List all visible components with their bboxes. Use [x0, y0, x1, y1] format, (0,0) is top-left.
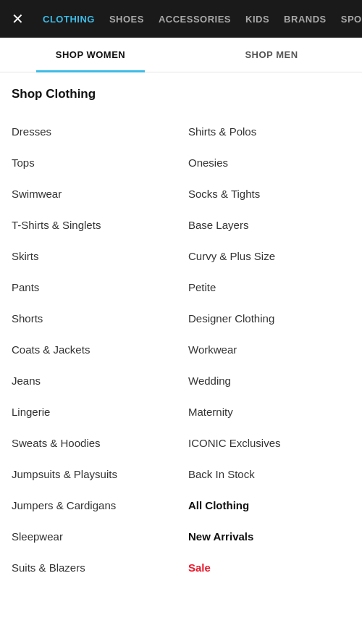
- list-item[interactable]: Back In Stock: [181, 459, 350, 490]
- tab-shop-women[interactable]: SHOP WOMEN: [0, 38, 181, 72]
- close-button[interactable]: ✕: [12, 12, 24, 26]
- nav-item-kids[interactable]: KIDS: [245, 14, 269, 25]
- list-item[interactable]: Tops: [12, 147, 181, 178]
- list-item[interactable]: Jumpers & Cardigans: [12, 490, 181, 521]
- list-item[interactable]: Designer Clothing: [181, 303, 350, 334]
- list-item-all-clothing[interactable]: All Clothing: [181, 490, 350, 521]
- nav-item-clothing[interactable]: CLOTHING: [43, 14, 95, 25]
- list-item[interactable]: Skirts: [12, 241, 181, 272]
- list-item[interactable]: Socks & Tights: [181, 178, 350, 209]
- list-item[interactable]: Pants: [12, 272, 181, 303]
- categories-columns: Dresses Tops Swimwear T-Shirts & Singlet…: [12, 116, 350, 583]
- list-item[interactable]: Maternity: [181, 396, 350, 427]
- section-title: Shop Clothing: [12, 87, 350, 101]
- list-item[interactable]: Swimwear: [12, 178, 181, 209]
- nav-item-sport[interactable]: SPORT: [341, 14, 362, 25]
- list-item-sale[interactable]: Sale: [181, 552, 350, 583]
- list-item[interactable]: T-Shirts & Singlets: [12, 209, 181, 241]
- list-item[interactable]: Base Layers: [181, 209, 350, 241]
- list-item[interactable]: Coats & Jackets: [12, 334, 181, 365]
- list-item-new-arrivals[interactable]: New Arrivals: [181, 521, 350, 552]
- list-item[interactable]: Shirts & Polos: [181, 116, 350, 147]
- list-item[interactable]: Jeans: [12, 365, 181, 396]
- list-item[interactable]: Sleepwear: [12, 521, 181, 552]
- list-item[interactable]: Petite: [181, 272, 350, 303]
- list-item[interactable]: Curvy & Plus Size: [181, 241, 350, 272]
- main-content: Shop Clothing Dresses Tops Swimwear T-Sh…: [0, 72, 362, 598]
- list-item[interactable]: Sweats & Hoodies: [12, 427, 181, 459]
- list-item[interactable]: Workwear: [181, 334, 350, 365]
- list-item[interactable]: Lingerie: [12, 396, 181, 427]
- list-item[interactable]: Jumpsuits & Playsuits: [12, 459, 181, 490]
- list-item[interactable]: Dresses: [12, 116, 181, 147]
- tabs-container: SHOP WOMEN SHOP MEN: [0, 38, 362, 72]
- tab-shop-men[interactable]: SHOP MEN: [181, 38, 362, 72]
- nav-item-accessories[interactable]: ACCESSORIES: [159, 14, 231, 25]
- list-item[interactable]: Wedding: [181, 365, 350, 396]
- list-item[interactable]: Suits & Blazers: [12, 552, 181, 583]
- right-column: Shirts & Polos Onesies Socks & Tights Ba…: [181, 116, 350, 583]
- list-item[interactable]: Shorts: [12, 303, 181, 334]
- list-item[interactable]: ICONIC Exclusives: [181, 427, 350, 459]
- top-nav: ✕ CLOTHING SHOES ACCESSORIES KIDS BRANDS…: [0, 0, 362, 38]
- nav-item-brands[interactable]: BRANDS: [284, 14, 327, 25]
- list-item[interactable]: Onesies: [181, 147, 350, 178]
- left-column: Dresses Tops Swimwear T-Shirts & Singlet…: [12, 116, 181, 583]
- nav-item-shoes[interactable]: SHOES: [109, 14, 144, 25]
